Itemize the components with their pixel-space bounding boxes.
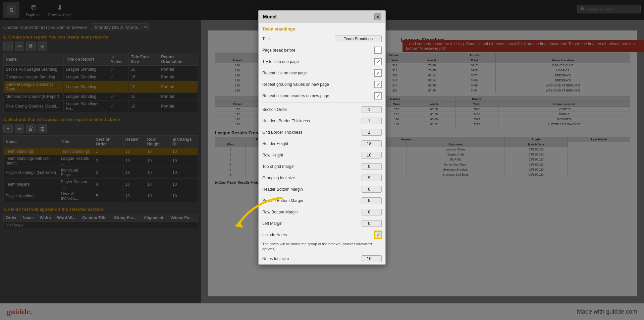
headers-border-control (352, 118, 382, 124)
include-notes-checkbox[interactable]: ✔ (374, 231, 382, 239)
include-notes-row: Include Notes ✔ (262, 230, 382, 240)
header-height-label: Header Height (262, 141, 352, 146)
row-bottom-row: Row Bottom Margin (262, 207, 382, 217)
row-height-label: Row Height (262, 153, 352, 157)
modal-overlay: Model × Team standings Title Page break … (0, 0, 644, 320)
headers-border-input[interactable] (362, 118, 382, 124)
header-bottom-control (352, 186, 382, 193)
left-margin-control (352, 220, 382, 227)
repeat-column-label: Repeat column headers on new page (262, 93, 352, 98)
repeat-grouping-row: Repeat grouping values on new page ✔ (262, 80, 382, 89)
grouping-font-control (352, 175, 382, 181)
notes-font-control (352, 255, 382, 262)
page-break-label: Page break before (262, 48, 352, 53)
title-control (352, 36, 382, 42)
row-bottom-label: Row Bottom Margin (262, 210, 352, 214)
row-bottom-control (352, 209, 382, 215)
repeat-title-checkbox[interactable]: ✔ (374, 69, 382, 77)
try-fit-row: Try to fit in one page ✔ (262, 57, 382, 66)
row-height-row: Row Height (262, 150, 382, 160)
include-notes-label: Include Notes (262, 233, 352, 237)
top-grid-control (352, 163, 382, 170)
section-order-control (352, 106, 382, 113)
header-bottom-label: Header Bottom Margin (262, 187, 352, 192)
header-bottom-row: Header Bottom Margin (262, 185, 382, 194)
title-input[interactable] (335, 36, 382, 42)
try-fit-control: ✔ (352, 58, 382, 65)
try-fit-check-icon: ✔ (376, 59, 380, 65)
section-order-row: Section Order (262, 105, 382, 114)
page-break-row: Page break before (262, 46, 382, 55)
section-bottom-control (352, 197, 382, 204)
grid-border-label: Grid Border Thickness (262, 130, 352, 135)
top-grid-label: Top of grid margin (262, 164, 352, 169)
top-grid-row: Top of grid margin (262, 162, 382, 171)
notes-font-label: Notes font size (262, 256, 352, 261)
left-margin-row: Left Margin (262, 219, 382, 228)
header-height-control (352, 140, 382, 147)
repeat-grouping-control: ✔ (352, 81, 382, 88)
repeat-title-control: ✔ (352, 69, 382, 77)
section-order-label: Section Order (262, 107, 352, 112)
repeat-grouping-label: Repeat grouping values on new page (262, 82, 352, 87)
try-fit-checkbox[interactable]: ✔ (374, 58, 382, 65)
section-bottom-input[interactable] (362, 197, 382, 204)
left-margin-label: Left Margin (262, 221, 352, 226)
section-bottom-row: Section Bottom Margin (262, 196, 382, 205)
section-order-input[interactable] (362, 106, 382, 113)
repeat-column-checkbox[interactable]: ✔ (374, 92, 382, 100)
repeat-title-check-icon: ✔ (376, 70, 380, 76)
modal-header: Model × (259, 11, 385, 23)
modal-section-title: Team standings (262, 26, 382, 31)
try-fit-label: Try to fit in one page (262, 59, 352, 64)
repeat-column-check-icon: ✔ (376, 93, 380, 99)
top-grid-input[interactable] (362, 163, 382, 170)
grid-border-row: Grid Border Thickness (262, 128, 382, 137)
notes-font-input[interactable] (362, 255, 382, 262)
header-bottom-input[interactable] (362, 186, 382, 193)
modal-close-button[interactable]: × (374, 13, 381, 20)
page-break-checkbox[interactable] (374, 47, 382, 54)
modal-title: Model (263, 14, 276, 19)
repeat-title-label: Repeat title on new page (262, 71, 352, 75)
model-dialog: Model × Team standings Title Page break … (258, 10, 386, 265)
header-height-row: Header Height (262, 139, 382, 148)
headers-border-row: Headers Border Thickness (262, 116, 382, 126)
headers-border-label: Headers Border Thickness (262, 119, 352, 123)
row-height-input[interactable] (362, 152, 382, 158)
grid-border-input[interactable] (362, 129, 382, 136)
modal-body: Team standings Title Page break before T… (259, 23, 385, 265)
header-height-input[interactable] (362, 140, 382, 147)
section-bottom-label: Section Bottom Margin (262, 198, 352, 203)
include-notes-check-icon: ✔ (376, 232, 380, 238)
grouping-font-row: Grouping font size (262, 173, 382, 183)
repeat-grouping-check-icon: ✔ (376, 81, 380, 88)
grouping-font-input[interactable] (362, 175, 382, 181)
page-break-control (352, 47, 382, 54)
row-height-control (352, 152, 382, 158)
left-margin-input[interactable] (362, 220, 382, 227)
repeat-title-row: Repeat title on new page ✔ (262, 68, 382, 78)
row-bottom-input[interactable] (362, 209, 382, 215)
grouping-font-label: Grouping font size (262, 176, 352, 180)
repeat-column-control: ✔ (352, 92, 382, 100)
notes-info-text: The notes will be under the group of the… (262, 242, 382, 252)
grid-border-control (352, 129, 382, 136)
repeat-column-row: Repeat column headers on new page ✔ (262, 91, 382, 101)
notes-font-row: Notes font size (262, 254, 382, 263)
repeat-grouping-checkbox[interactable]: ✔ (374, 81, 382, 88)
title-row: Title (262, 34, 382, 44)
include-notes-control: ✔ (352, 231, 382, 239)
